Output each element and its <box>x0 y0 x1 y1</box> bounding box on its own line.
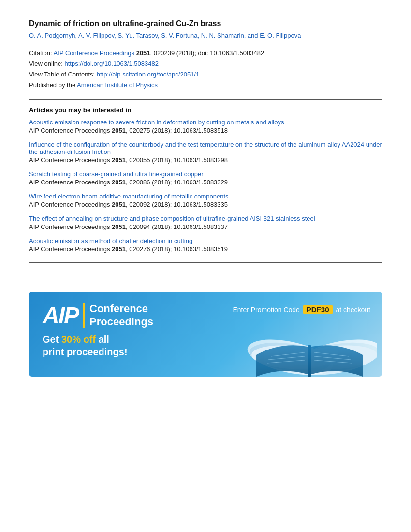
section-title: Articles you may be interested in <box>29 106 382 114</box>
paper-title: Dynamic of friction on ultrafine-grained… <box>29 19 382 28</box>
publisher-line: Published by the American Institute of P… <box>29 80 382 91</box>
article-item: Influence of the configuration of the co… <box>29 141 382 164</box>
article-link[interactable]: The effect of annealing on structure and… <box>29 215 382 222</box>
author-list: O. A. Podgornyh, A. V. Filippov, S. Yu. … <box>29 32 301 39</box>
citation-label: Citation: <box>29 49 52 57</box>
citation-volume: 2051 <box>136 49 150 57</box>
doi-link[interactable]: https://doi.org/10.1063/1.5083482 <box>65 60 159 67</box>
toc-line: View Table of Contents: http://aip.scita… <box>29 69 382 80</box>
citation-block: Citation: AIP Conference Proceedings 205… <box>29 48 382 91</box>
conf-line1: Conference <box>89 303 153 315</box>
aip-acronym: AIP <box>43 304 78 327</box>
banner-left: AIP Conference Proceedings Get 30% off a… <box>29 292 193 377</box>
promo-code-line: Enter Promotion Code PDF30 at checkout <box>233 305 370 314</box>
view-online-line: View online: https://doi.org/10.1063/1.5… <box>29 59 382 69</box>
aip-logo-divider <box>83 303 85 328</box>
banner-promo-text: Get 30% off all print proceedings! <box>43 333 184 358</box>
top-divider <box>29 99 382 100</box>
conf-line2: Proceedings <box>89 316 153 328</box>
view-online-label: View online: <box>29 60 63 67</box>
article-meta: AIP Conference Proceedings 2051, 020092 … <box>29 201 382 208</box>
promo-code-text: Enter Promotion Code <box>233 306 300 314</box>
article-meta: AIP Conference Proceedings 2051, 020275 … <box>29 127 382 134</box>
article-link[interactable]: Acoustic emission as method of chatter d… <box>29 237 382 244</box>
citation-details: , 020239 (2018); doi: 10.1063/1.5083482 <box>150 49 264 57</box>
book-decoration <box>242 319 377 377</box>
article-item: Wire feed electron beam additive manufac… <box>29 193 382 208</box>
article-item: Acoustic emission response to severe fri… <box>29 119 382 134</box>
article-item: Acoustic emission as method of chatter d… <box>29 237 382 253</box>
article-meta: AIP Conference Proceedings 2051, 020086 … <box>29 179 382 186</box>
toc-label: View Table of Contents: <box>29 71 95 78</box>
aip-conf-text: Conference Proceedings <box>89 303 153 328</box>
promo-code-suffix: at checkout <box>336 306 370 314</box>
publisher-label: Published by the <box>29 81 75 89</box>
article-meta: AIP Conference Proceedings 2051, 020276 … <box>29 245 382 253</box>
promo-highlight: 30% off <box>61 334 96 345</box>
banner-right: Enter Promotion Code PDF30 at checkout <box>193 292 382 377</box>
article-item: Scratch testing of coarse-grained and ul… <box>29 170 382 186</box>
authors: O. A. Podgornyh, A. V. Filippov, S. Yu. … <box>29 32 382 39</box>
promo-get: Get <box>43 334 61 345</box>
svg-rect-6 <box>308 345 311 377</box>
article-item: The effect of annealing on structure and… <box>29 215 382 230</box>
article-link[interactable]: Wire feed electron beam additive manufac… <box>29 193 382 200</box>
article-meta: AIP Conference Proceedings 2051, 020094 … <box>29 223 382 230</box>
article-meta: AIP Conference Proceedings 2051, 020055 … <box>29 156 382 164</box>
toc-link[interactable]: http://aip.scitation.org/toc/apc/2051/1 <box>97 71 199 78</box>
promo-all: all <box>96 334 109 345</box>
promo-print: print proceedings! <box>43 347 128 357</box>
aip-logo: AIP Conference Proceedings <box>43 303 184 328</box>
article-link[interactable]: Influence of the configuration of the co… <box>29 141 382 155</box>
bottom-divider <box>29 262 382 263</box>
article-link[interactable]: Acoustic emission response to severe fri… <box>29 119 382 126</box>
aip-banner[interactable]: AIP Conference Proceedings Get 30% off a… <box>29 292 382 377</box>
book-svg <box>242 319 377 377</box>
articles-list: Acoustic emission response to severe fri… <box>29 119 382 253</box>
article-link[interactable]: Scratch testing of coarse-grained and ul… <box>29 170 382 178</box>
publisher-link[interactable]: American Institute of Physics <box>77 81 158 89</box>
promo-code-badge: PDF30 <box>303 305 333 314</box>
page-container: Dynamic of friction on ultrafine-grained… <box>0 0 411 377</box>
journal-link[interactable]: AIP Conference Proceedings <box>54 49 134 57</box>
citation-line: Citation: AIP Conference Proceedings 205… <box>29 48 382 59</box>
